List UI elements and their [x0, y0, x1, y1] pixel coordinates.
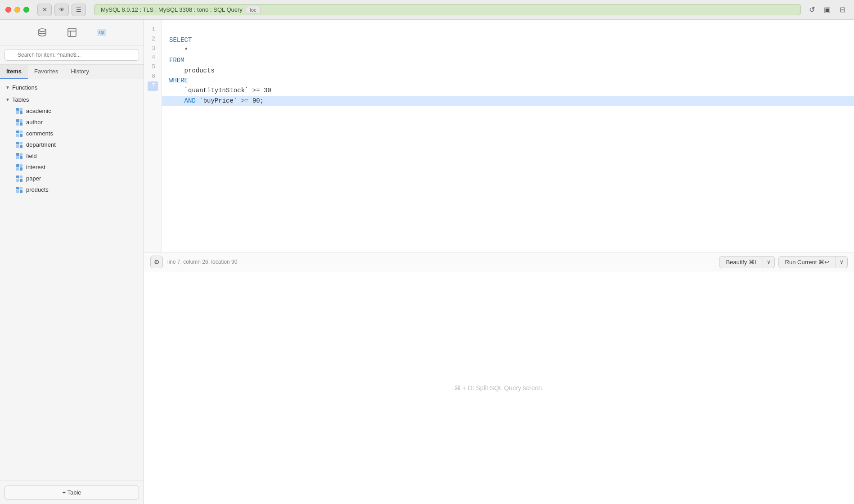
table-grid-icon	[16, 142, 22, 148]
statusbar-right: Beautify ⌘I ∨ Run Current ⌘↩ ∨	[719, 256, 848, 268]
code-content[interactable]: SELECT * FROM products WHERE `quantityIn…	[162, 20, 854, 252]
table-name-academic: academic	[26, 108, 51, 114]
beautify-group: Beautify ⌘I ∨	[719, 256, 774, 268]
sidebar-tree: ▼ Functions ▼ Tables academic author	[0, 79, 144, 481]
svg-point-0	[39, 29, 46, 32]
connection-badge: MySQL 8.0.12 : TLS : MySQL 3308 : tono :…	[94, 4, 801, 15]
add-table-button[interactable]: + Table	[4, 486, 139, 500]
gear-button[interactable]: ⚙	[150, 256, 163, 268]
line-num-4: 4	[148, 53, 158, 63]
table-grid-icon	[16, 164, 22, 171]
sidebar-item-table-comments[interactable]: comments	[0, 128, 144, 139]
tab-items[interactable]: Items	[0, 65, 28, 79]
table-name-comments: comments	[26, 130, 53, 137]
functions-chevron: ▼	[5, 85, 10, 90]
add-table-label: + Table	[62, 489, 81, 496]
code-area[interactable]: 1 2 3 4 5 6 7 SELECT * FROM products WHE…	[144, 20, 854, 252]
table-items-container: academic author comments department fiel…	[0, 105, 144, 195]
preview-button[interactable]: 👁	[54, 4, 69, 16]
sidebar: SQL 🔍 Items Favorites History ▼ Function…	[0, 20, 144, 504]
sidebar-icons: SQL	[0, 20, 144, 45]
table-grid-icon	[16, 176, 22, 182]
line-num-7: 7	[148, 81, 158, 91]
titlebar-controls: ✕ 👁 ☰	[37, 4, 86, 16]
sidebar-item-table-products[interactable]: products	[0, 184, 144, 195]
line-num-6: 6	[148, 72, 158, 81]
line-num-3: 3	[148, 44, 158, 54]
sidebar-item-table-field[interactable]: field	[0, 150, 144, 162]
functions-section: ▼ Functions	[0, 82, 144, 93]
functions-label: Functions	[12, 84, 37, 91]
main-layout: SQL 🔍 Items Favorites History ▼ Function…	[0, 20, 854, 504]
database-icon-button[interactable]	[34, 24, 50, 40]
close-tab-button[interactable]: ✕	[37, 4, 52, 16]
tables-chevron: ▼	[5, 97, 10, 102]
svg-rect-1	[68, 28, 76, 36]
table-name-field: field	[26, 153, 37, 159]
sql-icon-button[interactable]: SQL	[94, 24, 110, 40]
refresh-button[interactable]: ↺	[805, 4, 818, 16]
search-container: 🔍	[0, 45, 144, 65]
svg-text:SQL: SQL	[99, 31, 105, 35]
list-button[interactable]: ☰	[72, 4, 86, 16]
editor-statusbar: ⚙ line 7, column 26, location 90 Beautif…	[144, 252, 854, 271]
minimize-button[interactable]	[14, 7, 20, 13]
traffic-lights	[5, 7, 29, 13]
sidebar-item-table-department[interactable]: department	[0, 139, 144, 150]
titlebar-right: ↺ ▣ ⊟	[805, 4, 849, 16]
sql-editor: 1 2 3 4 5 6 7 SELECT * FROM products WHE…	[144, 20, 854, 504]
close-button[interactable]	[5, 7, 11, 13]
search-wrapper: 🔍	[4, 49, 139, 61]
editor-area: 1 2 3 4 5 6 7 SELECT * FROM products WHE…	[144, 20, 854, 504]
split-hint: ⌘ + D: Split SQL Query screen.	[454, 384, 544, 392]
result-area: ⌘ + D: Split SQL Query screen.	[144, 271, 854, 504]
table-grid-icon	[16, 130, 22, 137]
titlebar: ✕ 👁 ☰ MySQL 8.0.12 : TLS : MySQL 3308 : …	[0, 0, 854, 20]
tab-favorites[interactable]: Favorites	[28, 65, 64, 79]
search-input[interactable]	[4, 49, 139, 61]
table-grid-icon	[16, 153, 22, 159]
functions-section-header[interactable]: ▼ Functions	[0, 82, 144, 93]
table-name-author: author	[26, 119, 43, 126]
table-name-department: department	[26, 141, 56, 148]
tables-section: ▼ Tables academic author comments	[0, 94, 144, 195]
line-num-1: 1	[148, 25, 158, 35]
run-dropdown-button[interactable]: ∨	[836, 256, 848, 268]
table-grid-icon	[16, 108, 22, 114]
sidebar-item-table-author[interactable]: author	[0, 117, 144, 128]
loc-badge: loc	[246, 6, 260, 14]
sidebar-item-table-academic[interactable]: academic	[0, 105, 144, 117]
sidebar-item-table-interest[interactable]: interest	[0, 162, 144, 173]
run-group: Run Current ⌘↩ ∨	[778, 256, 848, 268]
run-button[interactable]: Run Current ⌘↩	[778, 256, 836, 268]
tables-label: Tables	[12, 96, 29, 103]
table-grid-icon	[16, 187, 22, 193]
tab-history[interactable]: History	[64, 65, 95, 79]
line-num-2: 2	[148, 35, 158, 44]
sidebar-footer: + Table	[0, 481, 144, 504]
table-name-paper: paper	[26, 175, 41, 182]
status-text: line 7, column 26, location 90	[167, 259, 237, 265]
sidebar-item-table-paper[interactable]: paper	[0, 173, 144, 184]
line-numbers: 1 2 3 4 5 6 7	[144, 20, 162, 252]
connection-label: MySQL 8.0.12 : TLS : MySQL 3308 : tono :…	[101, 6, 243, 13]
line-num-5: 5	[148, 63, 158, 72]
beautify-button[interactable]: Beautify ⌘I	[719, 256, 763, 268]
table-name-interest: interest	[26, 164, 45, 171]
tabs-row: Items Favorites History	[0, 65, 144, 79]
layout-single-button[interactable]: ▣	[821, 4, 833, 16]
table-name-products: products	[26, 186, 49, 193]
tables-section-header[interactable]: ▼ Tables	[0, 94, 144, 105]
table-grid-icon	[16, 119, 22, 126]
maximize-button[interactable]	[23, 7, 29, 13]
table-icon-button[interactable]	[64, 24, 80, 40]
beautify-dropdown-button[interactable]: ∨	[763, 256, 775, 268]
layout-split-button[interactable]: ⊟	[836, 4, 849, 16]
